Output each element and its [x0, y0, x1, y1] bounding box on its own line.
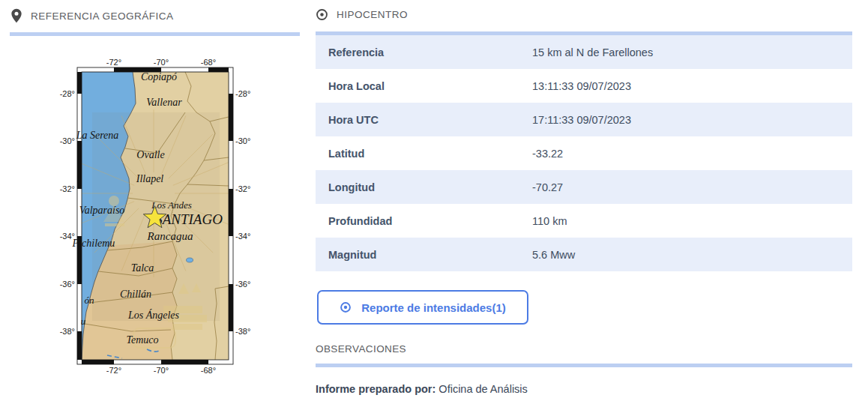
map-city-label: Talca: [131, 262, 154, 274]
map-city-label: Copiapó: [141, 71, 177, 82]
table-row-value: -70.27: [532, 170, 563, 204]
axis-tick-label: -28°: [60, 89, 75, 98]
axis-tick-label: -36°: [60, 280, 75, 289]
axis-tick-label: -72°: [106, 58, 121, 67]
target-icon: [316, 8, 328, 21]
left-header-underline: [10, 32, 300, 36]
table-row: Longitud-70.27: [316, 170, 852, 204]
map-city-label: Ovalle: [136, 149, 164, 160]
prepared-by-label: Informe preparado por:: [316, 383, 435, 395]
map-city-label: Los Andes: [151, 199, 192, 211]
prepared-by-office: Oficina de Análisis: [438, 383, 527, 395]
axis-tick-label: -34°: [235, 232, 250, 241]
table-row: Profundidad110 km: [316, 204, 852, 238]
hipocentro-table: Referencia15 km al N de FarellonesHora L…: [316, 35, 852, 271]
axis-tick-label: -70°: [154, 366, 169, 375]
hipocentro-title: HIPOCENTRO: [337, 9, 408, 20]
axis-tick-label: -28°: [235, 89, 250, 98]
geographic-reference-title: REFERENCIA GEOGRÁFICA: [31, 10, 174, 22]
map-city-label: Valparaíso: [79, 205, 125, 216]
geo-map: CopiapóVallenarLa SerenaOvalleIllapelLos…: [52, 52, 256, 382]
observaciones-underline: [316, 364, 852, 367]
table-row: Latitud-33.22: [316, 136, 852, 170]
table-row: Referencia15 km al N de Farellones: [316, 35, 852, 69]
table-row-label: Profundidad: [328, 204, 392, 238]
axis-tick-label: -32°: [60, 184, 75, 193]
map-city-label: Chillán: [120, 289, 151, 300]
table-row: Hora UTC17:11:33 09/07/2023: [316, 103, 852, 136]
map-city-label: Vallenar: [146, 97, 182, 108]
axis-tick-label: -30°: [60, 136, 75, 145]
table-row-label: Hora UTC: [328, 103, 379, 136]
map-city-label: ón: [85, 295, 94, 306]
table-row-value: 5.6 Mww: [532, 238, 575, 271]
seismic-report-page: REFERENCIA GEOGRÁFICA: [0, 0, 868, 404]
table-row-label: Referencia: [328, 35, 384, 69]
table-row-value: 17:11:33 09/07/2023: [532, 103, 631, 136]
report-prepared-by: Informe preparado por: Oficina de Anális…: [316, 383, 528, 395]
geographic-reference-header: REFERENCIA GEOGRÁFICA: [10, 8, 174, 23]
pin-icon: [10, 8, 22, 23]
table-row-value: 110 km: [532, 204, 567, 238]
map-lake: [187, 258, 193, 262]
axis-tick-label: -30°: [235, 136, 250, 145]
table-row-label: Magnitud: [328, 238, 376, 271]
axis-tick-label: -72°: [106, 366, 121, 375]
table-row-label: Hora Local: [328, 69, 385, 103]
axis-tick-label: -38°: [60, 327, 75, 336]
table-row-value: 13:11:33 09/07/2023: [532, 69, 631, 103]
table-row: Magnitud5.6 Mww: [316, 238, 852, 271]
axis-tick-label: -32°: [235, 184, 250, 193]
map-city-label: Los Ángeles: [127, 309, 180, 321]
intensity-report-label: Reporte de intensidades(1): [361, 301, 506, 314]
target-icon: [340, 301, 352, 313]
axis-tick-label: -68°: [201, 366, 216, 375]
axis-tick-label: -68°: [201, 58, 216, 67]
axis-tick-label: -70°: [154, 58, 169, 67]
map-city-label: Rancagua: [147, 230, 193, 242]
hipocentro-header: HIPOCENTRO: [316, 8, 408, 21]
map-city-label: Illapel: [136, 173, 164, 184]
observaciones-title: OBSERVACIONES: [316, 343, 406, 355]
table-row: Hora Local13:11:33 09/07/2023: [316, 69, 852, 103]
axis-tick-label: -34°: [60, 232, 75, 241]
intensity-report-button[interactable]: Reporte de intensidades(1): [317, 290, 528, 325]
axis-tick-label: -38°: [235, 327, 250, 336]
table-row-value: -33.22: [532, 136, 563, 170]
table-row-label: Longitud: [328, 170, 375, 204]
table-row-label: Latitud: [328, 136, 364, 170]
map-city-label: SANTIAGO: [155, 211, 223, 227]
table-row-value: 15 km al N de Farellones: [532, 35, 653, 69]
map-city-label: Temuco: [126, 334, 158, 346]
axis-tick-label: -36°: [235, 280, 250, 289]
